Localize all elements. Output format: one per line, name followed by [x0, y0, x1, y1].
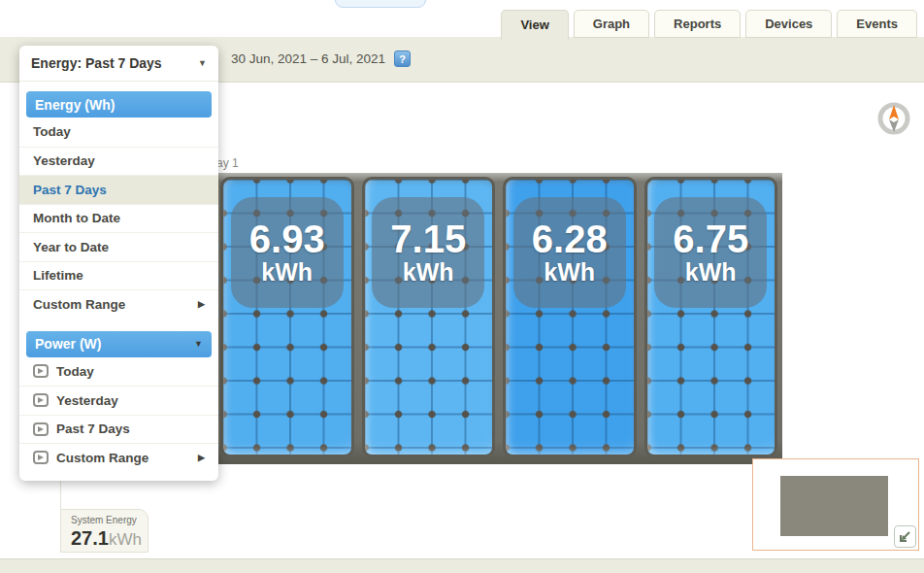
menu-item-label: Custom Range [56, 451, 148, 465]
tab-reports[interactable]: Reports [654, 10, 741, 38]
panel-energy-unit: kWh [685, 259, 737, 285]
solar-panel[interactable]: 7.15 kWh [362, 177, 496, 457]
panel-energy-unit: kWh [544, 259, 595, 285]
menu-item-power-past-7-days[interactable]: Past 7 Days [19, 415, 218, 444]
menu-item-label: Today [56, 364, 94, 379]
panel-energy-unit: kWh [261, 259, 313, 285]
menu-item-energy-yesterday[interactable]: Yesterday [19, 147, 218, 176]
menu-header-label: Power (W) [35, 336, 101, 352]
footer-strip [0, 558, 924, 573]
system-energy-unit: kWh [109, 530, 142, 550]
panel-energy-badge: 6.28 kWh [513, 197, 626, 307]
range-dropdown-label: Energy: Past 7 Days [31, 55, 162, 71]
chevron-right-icon: ▶ [198, 299, 205, 309]
minimap-collapse-button[interactable] [894, 525, 916, 548]
panel-energy-value: 6.93 [249, 219, 325, 259]
menu-item-energy-year-to-date[interactable]: Year to Date [19, 232, 218, 261]
help-icon[interactable]: ? [394, 51, 411, 67]
menu-item-energy-month-to-date[interactable]: Month to Date [19, 204, 218, 233]
compass-icon[interactable] [875, 100, 912, 137]
solar-array: 6.93 kWh 7.15 kWh 6.28 kWh 6.75 kWh [215, 173, 782, 464]
minimap-array-thumbnail[interactable] [780, 476, 888, 536]
panel-energy-badge: 6.93 kWh [231, 197, 344, 307]
menu-item-energy-today[interactable]: Today [19, 118, 218, 147]
solar-panel[interactable]: 6.28 kWh [503, 177, 637, 457]
panel-energy-value: 7.15 [390, 219, 466, 259]
chevron-down-icon: ▼ [194, 339, 203, 349]
minimap[interactable] [752, 458, 919, 551]
tab-events[interactable]: Events [837, 10, 917, 38]
top-partial-button[interactable] [335, 0, 426, 8]
chevron-right-icon: ▶ [198, 453, 205, 462]
menu-item-power-custom-range[interactable]: Custom Range ▶ [19, 443, 218, 472]
menu-item-energy-custom-range[interactable]: Custom Range ▶ [19, 289, 218, 319]
panel-energy-badge: 7.15 kWh [372, 197, 484, 307]
menu-item-power-today[interactable]: Today [19, 357, 218, 387]
tab-bar: View Graph Reports Devices Events [501, 10, 917, 40]
range-dropdown-menu: Energy (Wh) Today Yesterday Past 7 Days … [19, 82, 218, 481]
playback-icon [33, 451, 49, 464]
playback-icon [33, 422, 49, 436]
menu-header-energy[interactable]: Energy (Wh) [26, 91, 212, 118]
collapse-arrow-icon [898, 529, 912, 544]
panel-energy-badge: 6.75 kWh [654, 197, 767, 307]
menu-item-energy-past-7-days[interactable]: Past 7 Days [19, 175, 218, 204]
menu-item-label: Custom Range [33, 297, 125, 312]
solar-panel[interactable]: 6.93 kWh [220, 177, 354, 457]
playback-icon [33, 364, 49, 378]
menu-item-label: Yesterday [56, 393, 118, 408]
playback-icon [33, 393, 49, 407]
panel-energy-value: 6.28 [532, 219, 608, 259]
system-energy-value: 27.1 [71, 527, 109, 550]
tab-view[interactable]: View [501, 10, 568, 40]
menu-item-power-yesterday[interactable]: Yesterday [19, 386, 218, 415]
menu-item-label: Past 7 Days [56, 421, 130, 436]
range-dropdown-trigger[interactable]: Energy: Past 7 Days ▼ [19, 46, 218, 82]
menu-item-energy-lifetime[interactable]: Lifetime [19, 261, 218, 290]
chevron-down-icon: ▼ [198, 58, 207, 68]
array-view-page: View Graph Reports Devices Events 30 Jun… [0, 0, 924, 573]
system-energy-value-row: 27.1 kWh [71, 527, 140, 550]
solar-panel[interactable]: 6.75 kWh [644, 177, 778, 457]
system-energy-label: System Energy [71, 515, 140, 525]
range-dropdown: Energy: Past 7 Days ▼ Energy (Wh) Today … [19, 46, 218, 481]
date-range: 30 Jun, 2021 – 6 Jul, 2021 ? [231, 51, 411, 67]
panel-energy-unit: kWh [403, 259, 454, 285]
date-range-text: 30 Jun, 2021 – 6 Jul, 2021 [231, 51, 385, 66]
tab-graph[interactable]: Graph [574, 10, 649, 38]
menu-header-power[interactable]: Power (W) ▼ [26, 331, 212, 357]
panel-energy-value: 6.75 [673, 219, 748, 259]
tab-devices[interactable]: Devices [745, 10, 832, 38]
system-energy-badge: System Energy 27.1 kWh [60, 509, 148, 553]
